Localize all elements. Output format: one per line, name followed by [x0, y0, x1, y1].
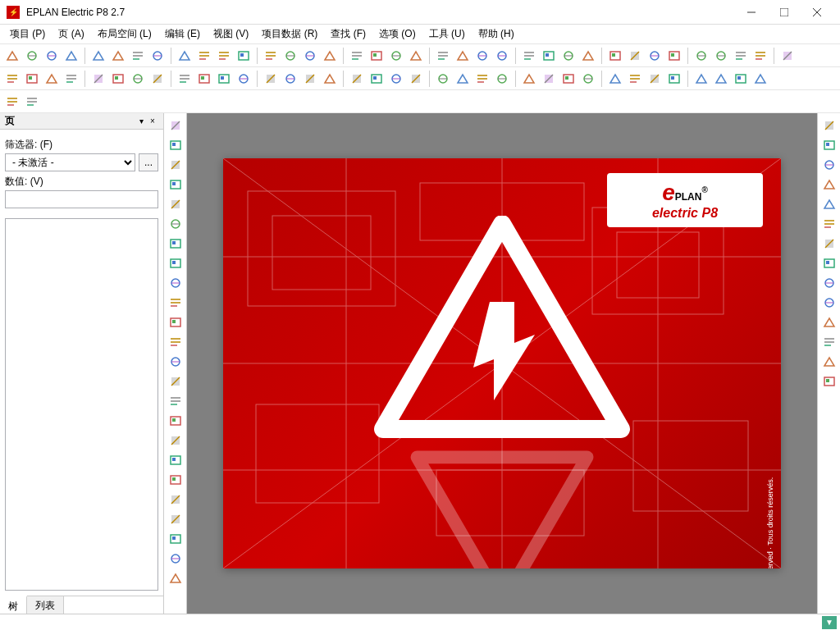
grid3-icon[interactable] [348, 47, 366, 65]
puzzle-icon[interactable] [43, 70, 61, 88]
new-page-icon[interactable] [3, 47, 21, 65]
brush-icon[interactable] [215, 47, 233, 65]
line-icon[interactable] [167, 116, 185, 135]
redo-icon[interactable] [281, 47, 299, 65]
screen1-icon[interactable] [368, 47, 386, 65]
tree3-icon[interactable] [820, 333, 838, 351]
paste-icon[interactable] [148, 47, 167, 65]
tree2-icon[interactable] [820, 313, 838, 331]
monitor-icon[interactable] [3, 93, 21, 111]
terminal1-icon[interactable] [62, 70, 80, 88]
measure2-icon[interactable] [167, 530, 185, 548]
cut-icon[interactable] [109, 47, 127, 65]
sym3-icon[interactable] [579, 70, 597, 88]
angle2-icon[interactable] [167, 491, 185, 509]
open-page-icon[interactable] [23, 47, 41, 65]
swap-icon[interactable] [732, 47, 750, 65]
measure1-icon[interactable] [167, 510, 185, 528]
spline-icon[interactable] [167, 353, 185, 371]
menu-edit[interactable]: 编辑 (E) [158, 25, 207, 43]
undo-icon[interactable] [262, 47, 280, 65]
doc3-icon[interactable] [387, 70, 405, 88]
zoom-out-icon[interactable] [454, 47, 472, 65]
angle-icon[interactable] [167, 156, 185, 174]
circle-icon[interactable] [167, 215, 185, 233]
grid1-icon[interactable] [301, 47, 319, 65]
tree1-icon[interactable] [820, 294, 838, 312]
align-l-icon[interactable] [493, 70, 511, 88]
wrench-icon[interactable] [89, 47, 107, 65]
connector1-icon[interactable] [129, 70, 147, 88]
page-icon[interactable] [23, 93, 41, 111]
curve-icon[interactable] [167, 372, 185, 390]
conn3-icon[interactable] [820, 156, 838, 174]
moon-icon[interactable] [167, 274, 185, 292]
group-icon[interactable] [712, 70, 730, 88]
maximize-button[interactable] [768, 1, 801, 24]
align-r-icon[interactable] [520, 70, 538, 88]
grid-h-icon[interactable] [646, 47, 664, 65]
target-icon[interactable] [751, 70, 769, 88]
he-icon[interactable] [820, 372, 838, 390]
print-icon[interactable] [62, 47, 80, 65]
menu-project[interactable]: 项目 (P) [3, 25, 52, 43]
erase-icon[interactable] [195, 47, 213, 65]
v-dist-icon[interactable] [626, 47, 644, 65]
panel-pin-icon[interactable]: ▾ [135, 116, 147, 127]
menu-tools[interactable]: 工具 (U) [422, 25, 472, 43]
box3-icon[interactable] [665, 70, 683, 88]
image-icon[interactable] [167, 412, 185, 430]
net3-icon[interactable] [473, 70, 491, 88]
sym-b-icon[interactable] [820, 215, 838, 233]
box2-icon[interactable] [646, 70, 664, 88]
arrow-left-icon[interactable] [520, 47, 538, 65]
link1-icon[interactable] [167, 431, 185, 450]
zoom-window-icon[interactable] [407, 47, 425, 65]
window-icon[interactable] [778, 47, 797, 65]
filter-select[interactable]: - 未激活 - [5, 153, 135, 171]
table-icon[interactable] [732, 70, 750, 88]
conn1-icon[interactable] [820, 116, 838, 135]
net1-icon[interactable] [434, 70, 452, 88]
rect-icon[interactable] [167, 176, 185, 194]
rect-round-icon[interactable] [167, 195, 185, 213]
doc-check-icon[interactable] [281, 70, 299, 88]
cart-check-icon[interactable] [23, 70, 41, 88]
hex-icon[interactable] [167, 313, 185, 331]
arc-icon[interactable] [167, 235, 185, 253]
zoom-area-icon[interactable] [493, 47, 511, 65]
copy-icon[interactable] [129, 47, 147, 65]
terminal3-icon[interactable] [109, 70, 127, 88]
polyline-icon[interactable] [167, 136, 185, 154]
key-icon[interactable] [348, 70, 366, 88]
save-icon[interactable] [43, 47, 61, 65]
menu-options[interactable]: 选项 (O) [372, 25, 422, 43]
status-arrow-icon[interactable]: ▼ [822, 616, 837, 629]
v-align-icon[interactable] [579, 47, 597, 65]
minimize-button[interactable] [735, 1, 768, 24]
flag1-icon[interactable] [148, 70, 167, 88]
canvas-viewport[interactable]: ePLAN® electric P8 © Copyright 2016 EPLA… [187, 113, 817, 614]
sym1-icon[interactable] [540, 70, 558, 88]
measure4-icon[interactable] [167, 569, 185, 587]
paint-icon[interactable] [235, 47, 253, 65]
zoom-in-icon[interactable] [434, 47, 452, 65]
pencil-icon[interactable] [167, 471, 185, 489]
net2-icon[interactable] [454, 70, 472, 88]
flag2-icon[interactable] [215, 70, 233, 88]
sym-d-icon[interactable] [820, 254, 838, 272]
flag3-icon[interactable] [235, 70, 253, 88]
star-icon[interactable] [820, 353, 838, 371]
zoom-fit-icon[interactable] [473, 47, 491, 65]
polygon-icon[interactable] [167, 333, 185, 351]
link-h-icon[interactable] [262, 70, 280, 88]
conn2-icon[interactable] [820, 136, 838, 154]
select-rect-icon[interactable] [176, 47, 194, 65]
layers-icon[interactable] [712, 47, 730, 65]
sym-e-icon[interactable] [820, 274, 838, 292]
doc1-icon[interactable] [301, 70, 319, 88]
menu-help[interactable]: 帮助 (H) [472, 25, 521, 43]
cart-add-icon[interactable] [3, 70, 21, 88]
menu-view[interactable]: 视图 (V) [207, 25, 255, 43]
menu-find[interactable]: 查找 (F) [324, 25, 372, 43]
